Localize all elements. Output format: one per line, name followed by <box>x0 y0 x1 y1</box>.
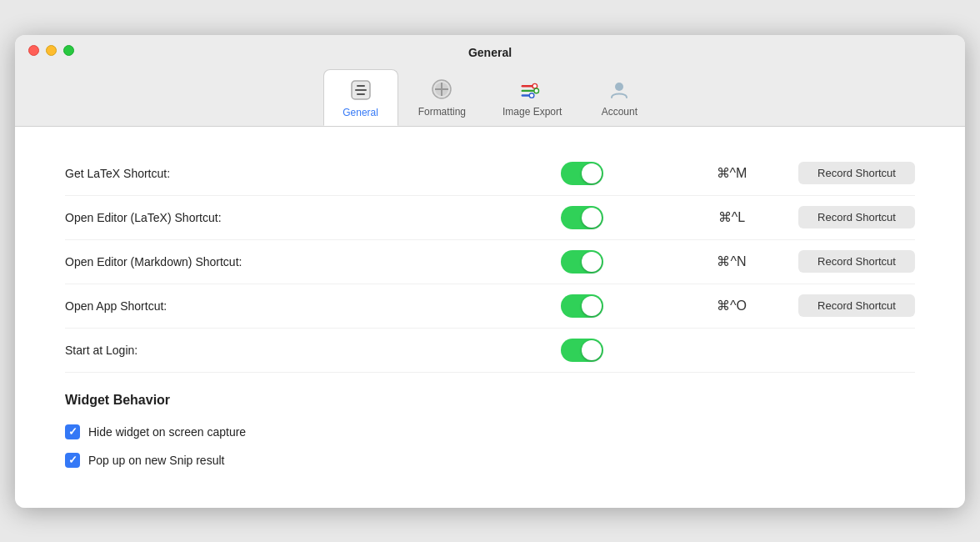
minimize-button[interactable] <box>46 45 57 56</box>
toggle-open-editor-markdown[interactable] <box>561 250 603 274</box>
checkbox-popup-snip[interactable]: ✓ <box>65 453 80 468</box>
shortcut-open-app: ⌘^O <box>665 298 798 314</box>
row-open-app-label: Open App Shortcut: <box>65 299 498 313</box>
tab-account-label: Account <box>602 106 638 118</box>
toggle-knob-start-login <box>582 340 602 360</box>
account-icon <box>606 76 632 103</box>
toggle-area-open-editor-markdown <box>498 250 665 274</box>
traffic-lights <box>28 45 74 56</box>
checkbox-row-popup-snip: ✓ Pop up on new Snip result <box>65 446 915 474</box>
titlebar: General General <box>15 35 965 127</box>
maximize-button[interactable] <box>63 45 74 56</box>
row-open-editor-latex: Open Editor (LaTeX) Shortcut: ⌘^L Record… <box>65 196 915 240</box>
toggle-area-get-latex <box>498 162 665 185</box>
toggle-knob-open-app <box>582 296 602 316</box>
toggle-area-open-app <box>498 294 665 318</box>
close-button[interactable] <box>28 45 39 56</box>
toggle-knob-open-editor-latex <box>582 208 602 228</box>
settings-window: General General <box>15 35 965 508</box>
checkmark-popup-snip: ✓ <box>68 454 78 465</box>
toggle-area-open-editor-latex <box>498 206 665 229</box>
svg-rect-1 <box>357 85 365 87</box>
tab-account[interactable]: Account <box>582 69 657 126</box>
shortcut-open-editor-latex: ⌘^L <box>665 209 798 225</box>
row-start-login-label: Start at Login: <box>65 344 498 357</box>
svg-rect-3 <box>357 93 365 95</box>
record-btn-get-latex[interactable]: Record Shortcut <box>798 162 915 184</box>
shortcut-get-latex: ⌘^M <box>665 165 798 181</box>
row-open-app: Open App Shortcut: ⌘^O Record Shortcut <box>65 284 915 329</box>
widget-behavior-title: Widget Behavior <box>65 393 915 408</box>
svg-point-12 <box>529 93 534 98</box>
row-get-latex-label: Get LaTeX Shortcut: <box>65 167 498 180</box>
svg-point-13 <box>615 83 623 91</box>
tab-image-export[interactable]: Image Export <box>486 69 578 126</box>
record-btn-open-editor-markdown[interactable]: Record Shortcut <box>798 250 915 273</box>
toggle-start-login[interactable] <box>561 339 603 362</box>
image-export-icon <box>519 76 546 103</box>
toggle-open-editor-latex[interactable] <box>561 206 603 229</box>
row-start-login: Start at Login: <box>65 329 915 373</box>
record-btn-open-editor-latex[interactable]: Record Shortcut <box>798 206 915 228</box>
tab-general[interactable]: General <box>323 69 398 126</box>
toggle-area-start-login <box>498 339 665 362</box>
window-title: General <box>468 46 512 59</box>
row-open-editor-markdown: Open Editor (Markdown) Shortcut: ⌘^N Rec… <box>65 240 915 284</box>
svg-rect-2 <box>355 89 367 91</box>
general-icon <box>348 77 374 103</box>
checkbox-label-hide-widget: Hide widget on screen capture <box>88 425 246 439</box>
tab-image-export-label: Image Export <box>502 106 562 118</box>
checkbox-row-hide-widget: ✓ Hide widget on screen capture <box>65 418 915 446</box>
svg-point-11 <box>534 88 539 93</box>
main-content: Get LaTeX Shortcut: ⌘^M Record Shortcut … <box>15 127 965 508</box>
row-open-editor-latex-label: Open Editor (LaTeX) Shortcut: <box>65 211 498 224</box>
toggle-knob-get-latex <box>582 163 602 183</box>
tab-general-label: General <box>342 107 378 118</box>
svg-point-10 <box>532 83 538 88</box>
record-btn-open-app[interactable]: Record Shortcut <box>798 294 915 317</box>
row-get-latex: Get LaTeX Shortcut: ⌘^M Record Shortcut <box>65 152 915 196</box>
checkbox-hide-widget[interactable]: ✓ <box>65 424 80 439</box>
checkbox-label-popup-snip: Pop up on new Snip result <box>88 454 224 467</box>
shortcut-open-editor-markdown: ⌘^N <box>665 253 798 269</box>
toggle-get-latex[interactable] <box>561 162 603 185</box>
checkmark-hide-widget: ✓ <box>68 426 78 437</box>
toggle-knob-open-editor-markdown <box>582 252 602 272</box>
row-open-editor-markdown-label: Open Editor (Markdown) Shortcut: <box>65 255 498 268</box>
tab-formatting[interactable]: Formatting <box>402 69 482 126</box>
formatting-icon <box>428 76 455 103</box>
tab-formatting-label: Formatting <box>418 106 466 118</box>
toolbar: General Formatting <box>323 69 658 126</box>
toggle-open-app[interactable] <box>561 294 603 318</box>
